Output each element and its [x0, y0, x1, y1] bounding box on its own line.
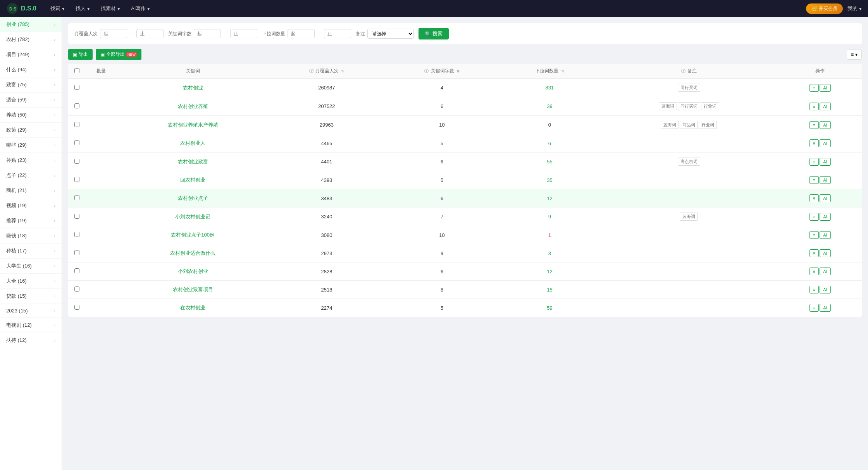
ai-button[interactable]: AI — [820, 121, 830, 129]
detail-button[interactable]: ≡ — [809, 139, 819, 147]
monthly-cell: 2973 — [269, 244, 384, 262]
ai-button[interactable]: AI — [820, 194, 830, 202]
sidebar-item-zhengce[interactable]: 政策 (29) › — [0, 123, 62, 138]
export-all-button[interactable]: ▣ 全部导出 NEW — [96, 49, 141, 60]
dropdown-count-end-input[interactable] — [324, 29, 351, 38]
row-checkbox[interactable] — [74, 85, 79, 90]
row-checkbox[interactable] — [74, 177, 79, 182]
sidebar-item-xiangmu[interactable]: 项目 (249) › — [0, 47, 62, 62]
remark-select[interactable]: 请选择 — [367, 29, 414, 39]
sidebar-item-zhongzhi[interactable]: 种植 (17) › — [0, 244, 62, 259]
detail-button[interactable]: ≡ — [809, 268, 819, 275]
sidebar-item-yangzhi[interactable]: 养殖 (50) › — [0, 108, 62, 123]
ai-button[interactable]: AI — [820, 103, 830, 110]
row-checkbox[interactable] — [74, 140, 79, 145]
ai-button[interactable]: AI — [820, 268, 830, 275]
row-checkbox[interactable] — [74, 268, 79, 273]
sidebar-item-daquan[interactable]: 大全 (16) › — [0, 274, 62, 289]
th-monthly[interactable]: ⓘ 月覆盖人次 ⇅ — [269, 64, 384, 79]
sidebar-item-shipin[interactable]: 视频 (19) › — [0, 198, 62, 213]
detail-button[interactable]: ≡ — [809, 176, 819, 184]
sidebar-item-naxie[interactable]: 哪些 (29) › — [0, 138, 62, 153]
keyword-link[interactable]: 农村创业养殖 — [178, 103, 208, 109]
sidebar-item-butie[interactable]: 补贴 (23) › — [0, 153, 62, 168]
ai-button[interactable]: AI — [820, 249, 830, 257]
row-checkbox[interactable] — [74, 159, 79, 164]
my-menu[interactable]: 我的 ▾ — [847, 5, 862, 12]
detail-button[interactable]: ≡ — [809, 304, 819, 312]
keyword-count-end-input[interactable] — [230, 29, 257, 38]
row-checkbox[interactable] — [74, 286, 79, 292]
keyword-link[interactable]: 农村创业致富 — [178, 159, 208, 165]
sidebar-item-zhifu[interactable]: 致富 (75) › — [0, 77, 62, 93]
ai-button[interactable]: AI — [820, 231, 830, 239]
detail-button[interactable]: ≡ — [809, 194, 819, 202]
keyword-link[interactable]: 小刘农村创业记 — [175, 214, 210, 220]
sidebar-item-daxuesheng[interactable]: 大学生 (16) › — [0, 259, 62, 274]
sidebar-item-tuijian[interactable]: 推荐 (19) › — [0, 213, 62, 228]
detail-button[interactable]: ≡ — [809, 84, 819, 92]
row-checkbox[interactable] — [74, 232, 79, 237]
detail-button[interactable]: ≡ — [809, 231, 819, 239]
nav-find-person[interactable]: 找人 ▾ — [71, 3, 95, 14]
sidebar-item-zhuanqian[interactable]: 赚钱 (18) › — [0, 228, 62, 244]
vip-button[interactable]: 👑 开买会员 — [806, 3, 843, 14]
keyword-link[interactable]: 农村创业点子100例 — [171, 232, 215, 238]
keyword-link[interactable]: 小刘农村创业 — [178, 268, 208, 274]
keyword-link[interactable]: 农村创业适合做什么 — [170, 250, 215, 256]
view-toggle-button[interactable]: ≡ ▾ — [847, 50, 862, 60]
ai-button[interactable]: AI — [820, 158, 830, 166]
sidebar-item-shenme[interactable]: 什么 (94) › — [0, 62, 62, 77]
nav-find-word[interactable]: 找词 ▾ — [46, 3, 69, 14]
dropdown-count-start-input[interactable] — [288, 29, 315, 38]
detail-button[interactable]: ≡ — [809, 103, 819, 110]
keyword-link[interactable]: 农村创业 — [183, 85, 203, 91]
ai-button[interactable]: AI — [820, 84, 830, 92]
monthly-start-input[interactable] — [100, 29, 127, 38]
nav-ai-write[interactable]: AI写作 ▾ — [126, 3, 155, 14]
logo[interactable]: D.S D.S.0 — [6, 2, 36, 15]
sidebar-item-2023[interactable]: 2023 (15) › — [0, 304, 62, 318]
ai-button[interactable]: AI — [820, 286, 830, 293]
select-all-checkbox[interactable] — [74, 68, 79, 73]
ai-button[interactable]: AI — [820, 176, 830, 184]
keyword-count-cell: 9 — [384, 244, 500, 262]
sidebar-item-nongcun[interactable]: 农村 (782) › — [0, 32, 62, 47]
detail-button[interactable]: ≡ — [809, 158, 819, 166]
keyword-count-start-input[interactable] — [194, 29, 221, 38]
row-checkbox[interactable] — [74, 103, 79, 108]
detail-button[interactable]: ≡ — [809, 121, 819, 129]
sidebar-item-chuangye[interactable]: 创业 (785) › — [0, 17, 62, 32]
keyword-link[interactable]: 在农村创业 — [180, 305, 205, 310]
keyword-link[interactable]: 农村创业养殖水产养殖 — [168, 122, 218, 128]
monthly-end-input[interactable] — [136, 29, 164, 38]
row-checkbox[interactable] — [74, 305, 79, 310]
keyword-link[interactable]: 农村创业致富项目 — [173, 286, 213, 292]
export-button[interactable]: ▣ 导出 — [68, 49, 93, 60]
ai-button[interactable]: AI — [820, 139, 830, 147]
keyword-link[interactable]: 农村创业人 — [180, 140, 205, 146]
search-button[interactable]: 🔍 搜索 — [418, 28, 449, 39]
row-checkbox[interactable] — [74, 214, 79, 219]
th-keyword-count[interactable]: ⓘ 关键词字数 ⇅ — [384, 64, 500, 79]
nav-find-material[interactable]: 找素材 ▾ — [96, 3, 125, 14]
sidebar-item-daikuan[interactable]: 贷款 (15) › — [0, 289, 62, 304]
row-checkbox[interactable] — [74, 122, 79, 127]
detail-button[interactable]: ≡ — [809, 213, 819, 221]
remark-cell: 高点击词 — [599, 153, 778, 171]
th-dropdown[interactable]: 下拉词数量 ⇅ — [499, 64, 599, 79]
row-checkbox[interactable] — [74, 195, 79, 200]
sidebar-item-dianshiju[interactable]: 电视剧 (12) › — [0, 318, 62, 333]
row-checkbox[interactable] — [74, 250, 79, 255]
keyword-link[interactable]: 农村创业点子 — [178, 195, 208, 201]
detail-button[interactable]: ≡ — [809, 286, 819, 293]
sidebar-item-dianzi[interactable]: 点子 (22) › — [0, 168, 62, 183]
ai-button[interactable]: AI — [820, 304, 830, 312]
sidebar-item-shihe[interactable]: 适合 (59) › — [0, 93, 62, 108]
ai-button[interactable]: AI — [820, 213, 830, 221]
batch-cell — [86, 79, 117, 97]
keyword-link[interactable]: 回农村创业 — [180, 177, 205, 183]
sidebar-item-fuchi[interactable]: 扶持 (12) › — [0, 333, 62, 348]
detail-button[interactable]: ≡ — [809, 249, 819, 257]
sidebar-item-shangji[interactable]: 商机 (21) › — [0, 183, 62, 198]
